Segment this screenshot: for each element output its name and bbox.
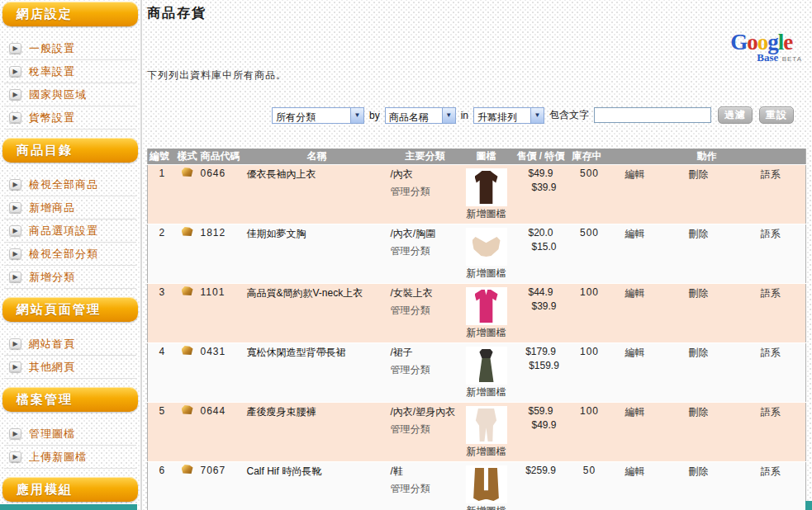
arrow-bullet-icon: ▶ <box>9 361 21 372</box>
app-window: 網店設定 ▶ 一般設置 ▶ 稅率設置 ▶ 國家與區域 ▶ 貨幣設置 商品目錄 ▶… <box>0 0 812 510</box>
manage-category-link[interactable]: 管理分類 <box>391 363 460 377</box>
product-style-icon <box>182 286 193 295</box>
edit-link[interactable]: 編輯 <box>625 347 645 358</box>
add-image-link[interactable]: 新增圖檔 <box>463 504 510 510</box>
manage-category-link[interactable]: 管理分類 <box>391 482 460 496</box>
language-link[interactable]: 語系 <box>761 168 781 180</box>
product-image <box>466 347 507 385</box>
product-code: 0644 <box>199 403 245 462</box>
sidebar-section: 網店設定 ▶ 一般設置 ▶ 稅率設置 ▶ 國家與區域 ▶ 貨幣設置 <box>0 2 140 130</box>
arrow-bullet-icon: ▶ <box>9 428 21 439</box>
sidebar-item[interactable]: ▶ 新增商品 <box>4 196 136 220</box>
product-price: $44.9 <box>513 286 569 298</box>
main-content: 商品存貨 Google Base BETA 下列列出資料庫中所有商品。 所有分類… <box>142 0 812 510</box>
product-stock: 100 <box>571 343 609 403</box>
contains-text-input[interactable] <box>594 107 711 123</box>
edit-link[interactable]: 編輯 <box>625 168 645 180</box>
sidebar-item-label: 一般設置 <box>29 41 75 56</box>
product-category: /內衣/胸圍 <box>391 227 460 241</box>
arrow-bullet-icon: ▶ <box>9 248 21 259</box>
arrow-bullet-icon: ▶ <box>9 112 21 123</box>
arrow-bullet-icon: ▶ <box>9 202 21 213</box>
add-image-link[interactable]: 新增圖檔 <box>463 445 510 459</box>
product-stock: 50 <box>571 462 609 510</box>
table-row: 2 1812 佳期如夢文胸 /內衣/胸圍 管理分類 新增圖檔 $20.0 $15… <box>148 224 806 284</box>
chevron-down-icon[interactable]: ▼ <box>530 108 544 123</box>
sidebar-item[interactable]: ▶ 檢視全部分類 <box>4 243 136 266</box>
add-image-link[interactable]: 新增圖檔 <box>463 207 510 221</box>
delete-link[interactable]: 刪除 <box>689 406 709 418</box>
manage-category-link[interactable]: 管理分類 <box>391 423 460 437</box>
delete-link[interactable]: 刪除 <box>689 465 709 477</box>
footer-accent-corner <box>805 501 812 510</box>
page-description: 下列列出資料庫中所有商品。 <box>147 68 812 83</box>
sidebar-item[interactable]: ▶ 管理圖檔 <box>4 423 136 446</box>
header-code: 商品代碼 <box>199 149 245 165</box>
sidebar-item-label: 檢視全部商品 <box>29 177 98 192</box>
google-base-logo: Google Base BETA <box>730 31 802 64</box>
product-style-icon <box>182 405 193 414</box>
sidebar-item[interactable]: ▶ 新增分類 <box>4 266 136 289</box>
reset-button[interactable]: 重設 <box>759 106 794 124</box>
sidebar-item[interactable]: ▶ 上傳新圖檔 <box>4 446 136 469</box>
language-link[interactable]: 語系 <box>761 406 781 418</box>
sidebar-item[interactable]: ▶ 貨幣設置 <box>4 106 136 130</box>
add-image-link[interactable]: 新增圖檔 <box>463 267 510 281</box>
manage-category-link[interactable]: 管理分類 <box>391 244 460 258</box>
product-price: $59.9 <box>513 405 569 417</box>
language-link[interactable]: 語系 <box>761 465 781 477</box>
edit-link[interactable]: 編輯 <box>625 406 645 418</box>
edit-link[interactable]: 編輯 <box>625 465 645 477</box>
product-table: 編號 樣式 商品代碼 名稱 主要分類 圖檔 售價 / 特價 庫存中 動作 1 0… <box>147 149 806 510</box>
sidebar-item-label: 新增分類 <box>29 270 75 285</box>
language-link[interactable]: 語系 <box>761 347 781 358</box>
manage-category-link[interactable]: 管理分類 <box>391 185 460 199</box>
sidebar-item[interactable]: ▶ 其他網頁 <box>4 356 136 379</box>
sidebar-item[interactable]: ▶ 網站首頁 <box>4 333 136 356</box>
sidebar-item[interactable]: ▶ 國家與區域 <box>4 83 136 106</box>
language-link[interactable]: 語系 <box>761 287 781 299</box>
sidebar-item-label: 商品選項設置 <box>29 224 98 238</box>
product-style-icon <box>182 346 193 355</box>
google-base-label: Base <box>757 51 778 64</box>
delete-link[interactable]: 刪除 <box>689 347 709 358</box>
product-price: $49.9 <box>513 168 569 179</box>
sidebar-item[interactable]: ▶ 檢視全部商品 <box>4 173 136 196</box>
product-special-price: $39.9 <box>513 182 569 193</box>
in-label: in <box>461 110 468 121</box>
header-price: 售價 / 特價 <box>511 149 571 165</box>
language-link[interactable]: 語系 <box>761 228 781 239</box>
footer-accent-bar <box>0 504 137 510</box>
header-name: 名稱 <box>245 149 389 165</box>
delete-link[interactable]: 刪除 <box>689 228 709 239</box>
filter-button[interactable]: 過濾 <box>718 106 753 124</box>
product-category: /裙子 <box>391 346 460 360</box>
header-category: 主要分類 <box>389 149 462 165</box>
sidebar-item-label: 國家與區域 <box>29 87 87 102</box>
add-image-link[interactable]: 新增圖檔 <box>463 385 510 399</box>
table-row: 5 0644 產後瘦身束腰褲 /內衣/塑身內衣 管理分類 新增圖檔 $59.9 … <box>148 403 806 462</box>
manage-category-link[interactable]: 管理分類 <box>391 304 460 318</box>
product-image <box>466 406 507 444</box>
sidebar-item[interactable]: ▶ 稅率設置 <box>4 60 136 83</box>
sidebar-item[interactable]: ▶ 一般設置 <box>4 37 136 60</box>
add-image-link[interactable]: 新增圖檔 <box>463 326 510 340</box>
chevron-down-icon[interactable]: ▼ <box>442 108 455 123</box>
edit-link[interactable]: 編輯 <box>625 228 645 239</box>
row-number: 6 <box>148 462 176 510</box>
sidebar-item[interactable]: ▶ 商品選項設置 <box>4 220 136 243</box>
field-select[interactable]: 商品名稱 ▼ <box>385 107 456 124</box>
product-image <box>466 287 507 325</box>
sidebar-section: 商品目錄 ▶ 檢視全部商品 ▶ 新增商品 ▶ 商品選項設置 ▶ 檢視全部分類 ▶… <box>0 138 140 289</box>
delete-link[interactable]: 刪除 <box>689 168 709 180</box>
edit-link[interactable]: 編輯 <box>625 287 645 299</box>
delete-link[interactable]: 刪除 <box>689 287 709 299</box>
order-select[interactable]: 升冪排列 ▼ <box>473 107 544 124</box>
chevron-down-icon[interactable]: ▼ <box>350 108 363 123</box>
arrow-bullet-icon: ▶ <box>9 272 21 282</box>
product-price: $20.0 <box>513 227 569 238</box>
arrow-bullet-icon: ▶ <box>9 89 21 100</box>
row-number: 3 <box>148 284 176 343</box>
category-select[interactable]: 所有分類 ▼ <box>272 107 364 124</box>
header-stock: 庫存中 <box>571 149 609 165</box>
